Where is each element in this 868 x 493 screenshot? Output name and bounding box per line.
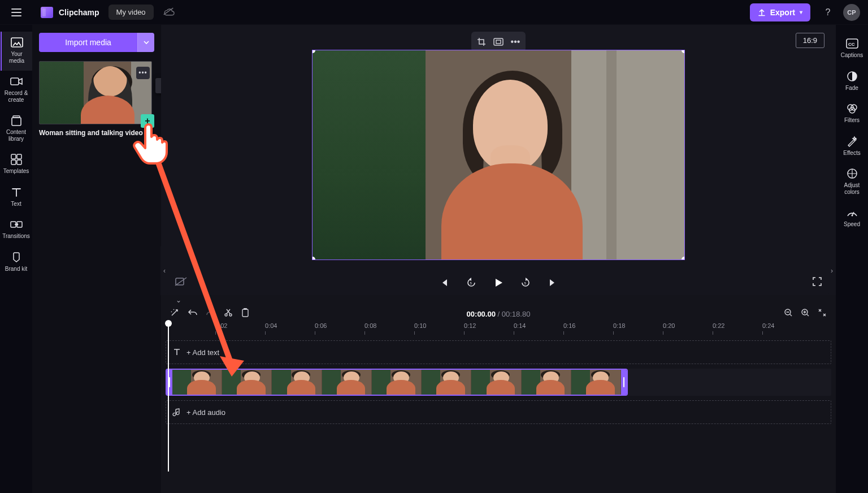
svg-rect-8 — [17, 160, 21, 165]
templates-icon — [10, 153, 23, 166]
time-tick: 0:04 — [265, 322, 277, 329]
export-button[interactable]: Export ▾ — [750, 3, 810, 21]
aspect-ratio-button[interactable]: 16:9 — [796, 33, 824, 48]
svg-rect-6 — [17, 154, 21, 159]
right-item-adjust[interactable]: Adjust colors — [836, 163, 868, 202]
collapse-right-button[interactable]: › — [828, 246, 836, 295]
sidebar-item-library[interactable]: Content library — [1, 110, 32, 149]
menu-button[interactable] — [8, 4, 25, 21]
upload-icon — [758, 8, 766, 16]
sidebar-item-label: Your media — [2, 51, 32, 64]
audio-track[interactable]: + Add audio — [166, 400, 831, 424]
sidebar-item-transitions[interactable]: Transitions — [1, 214, 32, 246]
video-track[interactable] — [166, 369, 831, 396]
add-to-timeline-button[interactable]: + — [141, 114, 154, 128]
text-track[interactable]: + Add text — [166, 340, 831, 364]
brand: Clipchamp — [41, 7, 99, 18]
cloud-off-icon[interactable] — [163, 7, 174, 18]
clip-frame — [522, 370, 571, 395]
skip-start-button[interactable] — [436, 275, 452, 291]
user-avatar[interactable]: CP — [843, 4, 860, 21]
svg-line-14 — [175, 278, 186, 286]
clip-handle-right[interactable] — [621, 370, 627, 395]
help-button[interactable]: ? — [819, 4, 836, 21]
svg-text:5: 5 — [470, 282, 472, 285]
split-button[interactable] — [224, 308, 232, 319]
time-tick: 0:12 — [464, 322, 476, 329]
right-item-captions[interactable]: CC Captions — [836, 33, 868, 66]
right-item-filters[interactable]: Filters — [836, 98, 868, 131]
tracks: + Add text + Add audio — [166, 340, 831, 424]
project-title[interactable]: My video — [108, 5, 154, 20]
media-panel: Import media ••• + Woman sitting and tal… — [32, 25, 161, 493]
svg-text:5: 5 — [524, 282, 527, 285]
preview-canvas[interactable] — [312, 50, 685, 260]
right-item-effects[interactable]: Effects — [836, 131, 868, 163]
media-thumbnail[interactable]: ••• + Woman sitting and talking video — [39, 61, 154, 137]
preview-more-button[interactable]: ••• — [507, 34, 523, 50]
import-media-dropdown[interactable] — [137, 33, 154, 52]
sidebar-item-record[interactable]: Record & create — [1, 71, 32, 110]
sidebar-item-label: Transitions — [1, 233, 31, 240]
clipboard-button[interactable] — [241, 308, 249, 319]
time-tick: 0:14 — [514, 322, 526, 329]
import-media-button[interactable]: Import media — [39, 33, 137, 52]
right-item-label: Effects — [842, 150, 861, 157]
sidebar-item-templates[interactable]: Templates — [1, 149, 32, 181]
sidebar-item-brandkit[interactable]: Brand kit — [1, 246, 32, 279]
effects-icon — [845, 135, 859, 148]
time-tick: 0:18 — [613, 322, 625, 329]
video-clip[interactable] — [166, 369, 628, 396]
time-tick: 0:20 — [663, 322, 675, 329]
text-icon — [173, 348, 181, 356]
right-item-speed[interactable]: Speed — [836, 202, 868, 235]
fit-button[interactable] — [491, 34, 506, 50]
clip-frame — [372, 370, 422, 395]
crop-button[interactable] — [474, 34, 489, 50]
chevron-down-icon: ▾ — [800, 9, 802, 15]
resize-handle[interactable] — [682, 257, 685, 260]
zoom-fit-button[interactable] — [818, 308, 827, 319]
svg-text:CC: CC — [848, 42, 855, 47]
add-text-label: + Add text — [186, 348, 219, 357]
undo-button[interactable] — [188, 309, 197, 319]
clip-frame — [272, 370, 322, 395]
forward-button[interactable]: 5 — [518, 275, 533, 291]
topbar: Clipchamp My video Export ▾ ? CP — [0, 0, 868, 25]
skip-end-button[interactable] — [545, 275, 561, 291]
timecode: 00:00.00 / 00:18.80 — [467, 310, 531, 318]
playhead[interactable] — [165, 320, 172, 327]
time-tick: 0:08 — [364, 322, 376, 329]
rewind-button[interactable]: 5 — [463, 275, 479, 291]
time-tick: 0:06 — [315, 322, 327, 329]
zoom-in-button[interactable] — [801, 308, 810, 319]
redo-button[interactable] — [206, 309, 215, 319]
play-button[interactable] — [491, 275, 506, 291]
right-item-fade[interactable]: Fade — [836, 66, 868, 98]
right-item-label: Filters — [843, 117, 861, 124]
fullscreen-button[interactable] — [812, 276, 822, 289]
collapse-timeline-button[interactable]: ⌄ — [176, 296, 181, 304]
sidebar-item-label: Brand kit — [4, 266, 28, 273]
time-tick: 0:16 — [563, 322, 575, 329]
svg-rect-2 — [11, 78, 19, 85]
playhead-line — [168, 325, 169, 472]
sidebar-item-label: Text — [10, 201, 22, 207]
magic-button[interactable] — [170, 308, 179, 319]
zoom-out-button[interactable] — [784, 308, 793, 319]
sidebar-item-text[interactable]: Text — [1, 181, 32, 214]
transport-bar: 5 5 — [161, 270, 836, 295]
timeline-area: ⌄ 00:00.00 / 00:18.80 0:020:040:060: — [161, 295, 836, 493]
left-rail: Your media Record & create Content libra… — [0, 25, 32, 493]
svg-point-30 — [851, 215, 853, 217]
svg-rect-11 — [494, 38, 503, 45]
media-caption: Woman sitting and talking video — [39, 129, 154, 137]
clip-frame — [222, 370, 272, 395]
hide-preview-button[interactable] — [175, 277, 187, 288]
media-more-button[interactable]: ••• — [136, 67, 150, 79]
sidebar-item-your-media[interactable]: Your media — [1, 32, 32, 71]
time-tick: 0:10 — [414, 322, 426, 329]
record-icon — [10, 75, 23, 88]
time-ruler[interactable]: 0:020:040:060:080:100:120:140:160:180:20… — [166, 322, 831, 337]
media-icon — [10, 36, 24, 49]
